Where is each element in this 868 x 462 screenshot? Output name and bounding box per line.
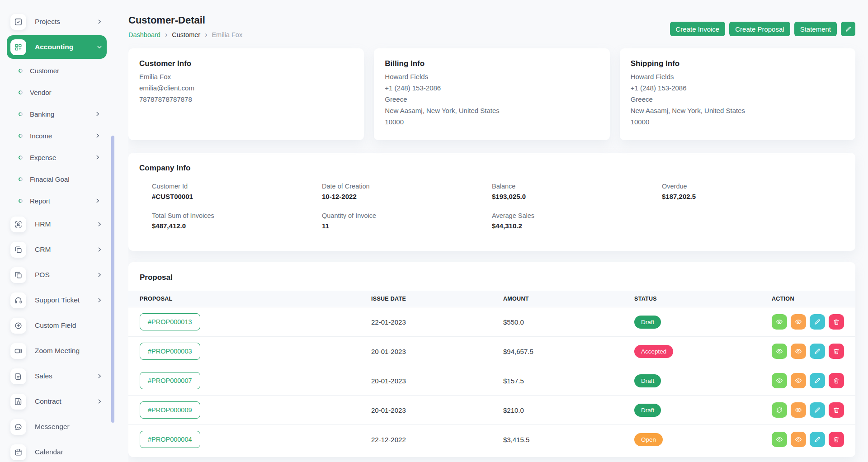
field-date-of-creation: Date of Creation 10-12-2022 (322, 183, 492, 200)
eye-icon (776, 348, 783, 355)
user-scan-icon (10, 217, 26, 232)
chevron-right-icon (96, 221, 103, 227)
sidebar-item-banking[interactable]: Banking (0, 103, 128, 125)
pencil-icon (814, 406, 821, 414)
check-square-icon (10, 14, 26, 30)
bullet-icon (18, 155, 24, 160)
billing-info-card: Billing Info Howard Fields +1 (248) 153-… (374, 48, 609, 140)
preview-icon-button[interactable] (791, 432, 806, 447)
proposal-link[interactable]: #PROP000013 (140, 313, 200, 330)
delete-icon-button[interactable] (829, 402, 844, 418)
amount-cell: $3,415.5 (492, 425, 623, 454)
sidebar-item-support-ticket[interactable]: Support Ticket (0, 288, 128, 313)
shipping-country: Greece (631, 95, 844, 104)
shipping-name: Howard Fields (631, 73, 844, 81)
sidebar-item-customer[interactable]: Customer (0, 60, 128, 81)
sidebar-item-label: Report (30, 197, 50, 205)
sidebar-scrollbar[interactable] (111, 136, 114, 423)
sidebar-item-financial-goal[interactable]: Finacial Goal (0, 168, 128, 190)
breadcrumb-customer[interactable]: Customer (172, 31, 200, 38)
sidebar-item-pos[interactable]: POS (0, 262, 128, 288)
bullet-icon (18, 111, 24, 117)
proposal-link[interactable]: #PROP000009 (140, 401, 200, 419)
pencil-icon (814, 348, 821, 355)
sidebar-item-calendar[interactable]: Calendar (0, 439, 128, 462)
chat-icon (10, 419, 26, 435)
proposal-row: #PROP000004 22-12-2022 $3,415.5 Open (128, 425, 855, 454)
view-icon-button[interactable] (772, 344, 787, 359)
edit-icon-button[interactable] (810, 432, 825, 447)
sidebar-item-expense[interactable]: Expense (0, 146, 128, 168)
eye-icon (776, 377, 783, 384)
sidebar-item-vendor[interactable]: Vendor (0, 81, 128, 103)
sidebar-item-projects[interactable]: Projects (0, 9, 128, 34)
sidebar-item-label: Zoom Meeting (35, 347, 80, 355)
sidebar-item-label: HRM (35, 220, 51, 228)
field-average-sales: Average Sales $44,310.2 (492, 212, 662, 230)
sidebar-item-label: Contract (35, 397, 61, 405)
view-icon-button[interactable] (772, 432, 787, 447)
preview-icon-button[interactable] (791, 314, 806, 330)
chevron-right-icon (94, 111, 101, 117)
statement-button[interactable]: Statement (794, 22, 837, 36)
delete-icon-button[interactable] (829, 314, 844, 330)
create-invoice-button[interactable]: Create Invoice (670, 22, 726, 36)
sidebar: Projects Accounting Customer Vendor Bank… (0, 0, 128, 462)
sidebar-item-contract[interactable]: Contract (0, 389, 128, 414)
billing-phone: +1 (248) 153-2086 (385, 84, 599, 92)
view-icon-button[interactable] (772, 314, 787, 330)
breadcrumb-dashboard[interactable]: Dashboard (128, 31, 160, 38)
trash-icon (833, 348, 840, 355)
bullet-icon (18, 133, 24, 139)
preview-icon-button[interactable] (791, 373, 806, 388)
bullet-icon (18, 176, 24, 182)
proposal-row: #PROP000007 20-01-2023 $157.5 Draft (128, 366, 855, 396)
billing-info-title: Billing Info (385, 59, 599, 68)
floppy-icon (10, 394, 26, 410)
create-proposal-button[interactable]: Create Proposal (729, 22, 790, 36)
sidebar-item-hrm[interactable]: HRM (0, 212, 128, 237)
delete-icon-button[interactable] (829, 432, 844, 447)
proposal-link[interactable]: #PROP000004 (140, 431, 200, 448)
sidebar-item-income[interactable]: Income (0, 125, 128, 146)
sidebar-item-report[interactable]: Report (0, 190, 128, 212)
sidebar-item-label: Support Ticket (35, 296, 80, 304)
shipping-zip: 10000 (631, 118, 844, 126)
field-overdue: Overdue $187,202.5 (662, 183, 832, 200)
edit-icon-button[interactable] (810, 373, 825, 388)
sidebar-item-accounting[interactable]: Accounting (7, 35, 107, 59)
breadcrumb-current: Emilia Fox (212, 31, 242, 38)
delete-icon-button[interactable] (829, 373, 844, 388)
sidebar-item-label: Vendor (30, 89, 52, 96)
header-actions: Create Invoice Create Proposal Statement (670, 22, 856, 36)
preview-icon-button[interactable] (791, 344, 806, 359)
convert-icon-button[interactable] (772, 402, 787, 418)
sidebar-item-label: Custom Field (35, 321, 76, 330)
row-actions (772, 402, 855, 418)
eye-icon (795, 436, 802, 443)
preview-icon-button[interactable] (791, 402, 806, 418)
sidebar-item-label: Projects (35, 18, 60, 26)
chevron-right-icon (96, 19, 103, 25)
sidebar-item-custom-field[interactable]: Custom Field (0, 313, 128, 338)
edit-icon-button[interactable] (810, 344, 825, 359)
view-icon-button[interactable] (772, 373, 787, 388)
sidebar-item-sales[interactable]: Sales (0, 363, 128, 389)
edit-icon-button[interactable] (810, 402, 825, 418)
proposal-link[interactable]: #PROP000003 (140, 343, 200, 360)
chevron-right-icon (96, 246, 103, 253)
shipping-phone: +1 (248) 153-2086 (631, 84, 844, 92)
sidebar-item-messenger[interactable]: Messenger (0, 414, 128, 439)
calendar-icon (10, 444, 26, 460)
breadcrumb-separator: › (205, 31, 207, 38)
issue-date-cell: 22-01-2023 (360, 307, 492, 337)
sidebar-item-crm[interactable]: CRM (0, 237, 128, 262)
edit-customer-button[interactable] (841, 22, 855, 36)
proposal-link[interactable]: #PROP000007 (140, 372, 200, 389)
proposal-table-header: PROPOSAL ISSUE DATE AMOUNT STATUS ACTION (128, 291, 855, 307)
edit-icon-button[interactable] (810, 314, 825, 330)
breadcrumb: Dashboard › Customer › Emilia Fox (128, 31, 242, 38)
delete-icon-button[interactable] (829, 344, 844, 359)
sidebar-item-label: Calendar (35, 448, 63, 456)
sidebar-item-zoom-meeting[interactable]: Zoom Meeting (0, 338, 128, 363)
